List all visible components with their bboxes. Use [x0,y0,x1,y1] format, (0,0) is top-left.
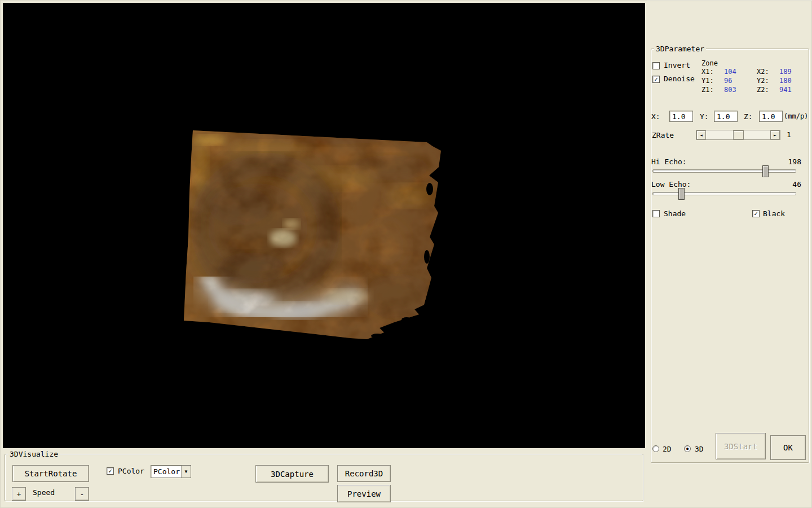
invert-checkbox[interactable] [652,62,660,69]
denoise-checkbox[interactable]: ✓ [652,76,660,83]
scale-y-input[interactable] [714,111,738,122]
scale-x-label: X: [651,112,660,121]
shade-checkbox[interactable] [652,210,660,217]
mode-2d-radio[interactable] [652,445,659,452]
zone-x2-label: X2: [757,68,769,76]
zrate-scroll-left-icon[interactable]: ◄ [696,130,706,139]
ultrasound-volume-render [3,3,645,448]
visualize-panel: 3DVisualize StartRotate + Speed - ✓ PCol… [1,448,647,508]
black-label: Black [763,209,785,218]
scale-x-input[interactable] [669,111,693,122]
black-checkbox[interactable]: ✓ [752,210,760,217]
hi-echo-value: 198 [782,157,801,166]
zone-y2-label: Y2: [757,77,769,85]
app-window: 3DParameter Invert ✓ Denoise Zone X1: 10… [0,0,812,508]
zone-x1-label: X1: [701,68,714,76]
parameter-group-title: 3DParameter [654,45,706,53]
zrate-label: ZRate [652,131,674,139]
hi-echo-slider-thumb[interactable] [762,165,769,177]
pcolor-dropdown[interactable]: PColor ▼ [151,465,191,478]
ok-button[interactable]: OK [770,435,806,460]
zone-x1-value: 104 [724,68,736,76]
start-3d-button[interactable]: 3DStart [716,433,766,459]
zone-z1-value: 803 [724,86,736,94]
mode-2d-label: 2D [663,445,672,453]
zrate-scrollbar-thumb[interactable] [733,130,744,139]
scale-z-label: Z: [744,112,753,121]
zone-y2-value: 180 [779,77,792,85]
speed-plus-button[interactable]: + [12,487,26,501]
parameter-panel: 3DParameter Invert ✓ Denoise Zone X1: 10… [647,1,812,508]
visualize-group-title: 3DVisualize [8,450,60,458]
render-viewport[interactable] [3,3,645,448]
pcolor-checkbox[interactable]: ✓ [107,467,114,475]
hi-echo-label: Hi Echo: [651,157,687,166]
low-echo-label: Low Echo: [651,180,691,189]
low-echo-value: 46 [782,180,801,189]
zone-z2-value: 941 [779,86,792,94]
shade-label: Shade [664,209,686,218]
scale-unit-label: (mm/p) [784,112,808,120]
capture-3d-button[interactable]: 3DCapture [255,465,329,483]
low-echo-slider-thumb[interactable] [678,188,685,200]
low-echo-slider[interactable] [652,192,796,195]
mode-3d-label: 3D [695,445,704,453]
zrate-scrollbar[interactable]: ◄ ► [696,130,780,140]
speed-label: Speed [33,488,55,497]
zone-x2-value: 189 [779,68,792,76]
mode-3d-radio[interactable]: ● [684,445,691,452]
record-3d-button[interactable]: Record3D [337,465,391,482]
pcolor-dropdown-value: PColor [151,467,181,476]
start-rotate-button[interactable]: StartRotate [12,465,89,482]
pcolor-label: PColor [118,467,144,475]
zrate-value: 1 [787,130,791,139]
dropdown-arrow-icon[interactable]: ▼ [181,466,191,478]
zone-title: Zone [701,59,718,67]
zone-z2-label: Z2: [757,86,769,94]
zone-z1-label: Z1: [701,86,714,94]
hi-echo-slider[interactable] [652,169,796,173]
zone-y1-label: Y1: [701,77,714,85]
zrate-scroll-right-icon[interactable]: ► [770,130,780,139]
preview-button[interactable]: Preview [337,485,391,502]
scale-y-label: Y: [700,112,709,121]
invert-label: Invert [664,61,690,69]
zone-y1-value: 96 [724,77,732,85]
denoise-label: Denoise [664,75,695,83]
scale-z-input[interactable] [759,111,783,122]
speed-minus-button[interactable]: - [75,487,89,501]
